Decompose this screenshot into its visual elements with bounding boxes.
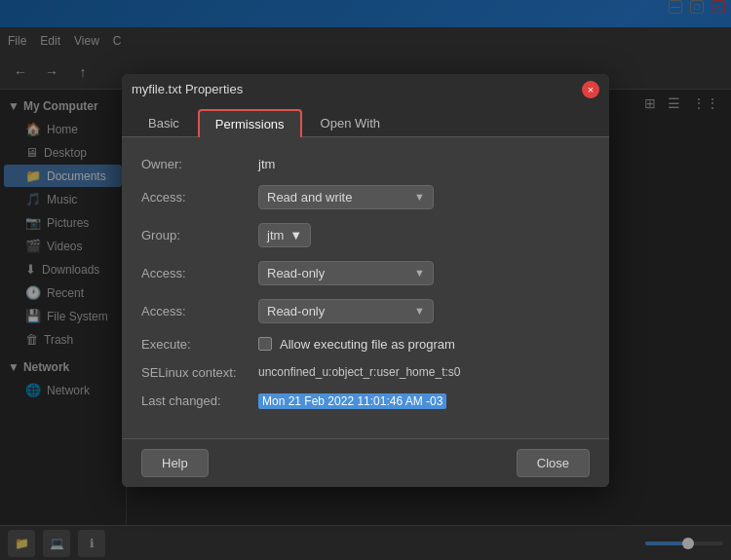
group-row: Group: jtm ▼ — [141, 223, 590, 247]
tab-open-with[interactable]: Open With — [304, 109, 397, 136]
dialog-footer: Help Close — [122, 438, 609, 487]
dialog-body: Owner: jtm Access: Read and write ▼ Grou… — [122, 137, 609, 438]
tab-permissions[interactable]: Permissions — [198, 109, 302, 137]
owner-access-value: Read and write — [267, 190, 352, 205]
execute-checkbox[interactable] — [258, 337, 272, 351]
dialog-title: myfile.txt Properties — [132, 82, 243, 96]
dialog-close-button[interactable]: × — [582, 81, 599, 98]
group-access-arrow-icon: ▼ — [414, 267, 425, 279]
group-access-value: Read-only — [267, 266, 325, 280]
selinux-label: SELinux context: — [141, 365, 258, 380]
owner-value: jtm — [258, 157, 275, 171]
help-button[interactable]: Help — [141, 449, 209, 477]
group-value: jtm — [267, 228, 284, 243]
group-access-label: Access: — [141, 266, 258, 280]
last-changed-row: Last changed: Mon 21 Feb 2022 11:01:46 A… — [141, 393, 590, 409]
dialog-tabs: Basic Permissions Open With — [122, 105, 609, 137]
tab-basic[interactable]: Basic — [132, 109, 196, 136]
execute-text: Allow executing file as program — [280, 337, 455, 352]
group-access-row: Access: Read-only ▼ — [141, 261, 590, 285]
other-access-dropdown[interactable]: Read-only ▼ — [258, 299, 434, 323]
group-label: Group: — [141, 228, 258, 243]
close-button[interactable]: Close — [517, 449, 590, 477]
dialog-overlay: myfile.txt Properties × Basic Permission… — [0, 0, 731, 560]
group-arrow-icon: ▼ — [289, 228, 302, 243]
execute-checkbox-row: Allow executing file as program — [258, 337, 455, 352]
group-dropdown[interactable]: jtm ▼ — [258, 223, 311, 247]
owner-row: Owner: jtm — [141, 157, 590, 171]
group-access-dropdown[interactable]: Read-only ▼ — [258, 261, 434, 285]
owner-access-row: Access: Read and write ▼ — [141, 185, 590, 209]
last-changed-label: Last changed: — [141, 393, 258, 408]
owner-access-arrow-icon: ▼ — [414, 191, 425, 203]
owner-access-dropdown[interactable]: Read and write ▼ — [258, 185, 434, 209]
owner-label: Owner: — [141, 157, 258, 171]
dialog-titlebar: myfile.txt Properties × — [122, 74, 609, 105]
other-access-arrow-icon: ▼ — [414, 305, 425, 317]
other-access-label: Access: — [141, 304, 258, 318]
owner-access-label: Access: — [141, 190, 258, 205]
execute-row: Execute: Allow executing file as program — [141, 337, 590, 352]
other-access-value: Read-only — [267, 304, 325, 318]
selinux-row: SELinux context: unconfined_u:object_r:u… — [141, 365, 590, 380]
execute-label: Execute: — [141, 337, 258, 352]
properties-dialog: myfile.txt Properties × Basic Permission… — [122, 74, 609, 487]
other-access-row: Access: Read-only ▼ — [141, 299, 590, 323]
last-changed-value: Mon 21 Feb 2022 11:01:46 AM -03 — [258, 393, 446, 409]
selinux-value: unconfined_u:object_r:user_home_t:s0 — [258, 365, 460, 379]
